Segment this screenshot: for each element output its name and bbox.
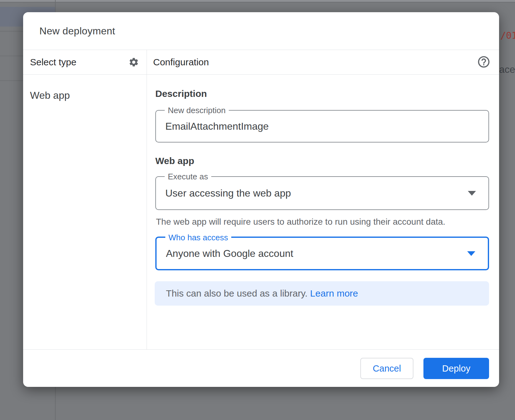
execute-as-select[interactable]: Execute as User accessing the web app — [155, 176, 489, 210]
library-note: This can also be used as a library. Lear… — [155, 281, 489, 306]
help-icon[interactable] — [477, 55, 491, 69]
execute-as-value: User accessing the web app — [165, 177, 453, 209]
background-divider — [0, 2, 515, 2]
chevron-down-icon — [467, 251, 475, 256]
gear-icon[interactable] — [128, 57, 139, 68]
background-row-divider — [0, 31, 23, 32]
background-sidebar-divider — [55, 387, 56, 420]
configuration-header: Configuration — [153, 50, 209, 74]
divider — [23, 74, 499, 75]
who-has-access-select[interactable]: Who has access Anyone with Google accoun… — [155, 237, 489, 270]
chevron-down-icon — [468, 191, 476, 196]
select-type-header: Select type — [30, 50, 76, 74]
who-has-access-value: Anyone with Google account — [166, 238, 453, 269]
screen: /01 ace New deployment Select type Confi… — [0, 0, 515, 420]
web-app-heading: Web app — [155, 156, 194, 166]
new-deployment-dialog: New deployment Select type Configuration… — [23, 12, 499, 387]
description-input[interactable] — [165, 111, 453, 142]
background-row-divider — [0, 56, 23, 56]
background-code-fragment: /01 — [500, 30, 515, 41]
panel-divider — [147, 50, 147, 349]
background-sidebar-divider — [55, 0, 56, 12]
dialog-title: New deployment — [39, 12, 115, 50]
cancel-button[interactable]: Cancel — [360, 358, 413, 379]
background-code-fragment: ace — [499, 64, 515, 75]
learn-more-link[interactable]: Learn more — [310, 288, 358, 298]
background-row-divider — [0, 80, 23, 81]
description-field: New description — [155, 110, 489, 142]
sidebar-item-web-app[interactable]: Web app — [23, 83, 146, 107]
divider — [23, 50, 499, 50]
library-note-text: This can also be used as a library. — [166, 288, 310, 298]
deploy-button[interactable]: Deploy — [423, 358, 489, 379]
footer-divider — [23, 349, 499, 350]
execute-as-helper-text: The web app will require users to author… — [156, 217, 445, 227]
description-heading: Description — [155, 88, 207, 99]
